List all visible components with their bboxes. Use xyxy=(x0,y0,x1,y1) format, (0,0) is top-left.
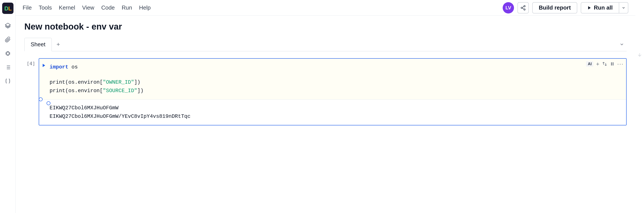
code-line-1: import os xyxy=(50,63,621,71)
svg-text:L: L xyxy=(8,5,12,12)
svg-text:D: D xyxy=(4,5,8,12)
run-dropdown-button[interactable] xyxy=(619,2,628,14)
main-content: File Tools Kernel View Code Run Help LV … xyxy=(16,0,635,213)
cell-toolbar: AI + ··· xyxy=(586,60,624,68)
cell-container: [4] AI + ··· xyxy=(24,58,626,126)
run-cell-button[interactable] xyxy=(42,62,46,70)
chip-icon[interactable] xyxy=(4,50,12,58)
right-sidebar-hint xyxy=(635,0,644,213)
svg-marker-28 xyxy=(588,6,591,9)
sheet-dropdown-button[interactable] xyxy=(617,40,626,49)
svg-marker-31 xyxy=(42,64,45,67)
add-sheet-button[interactable]: + xyxy=(54,40,63,49)
add-cell-button[interactable]: + xyxy=(596,61,599,68)
ai-toolbar-button[interactable]: AI xyxy=(586,61,593,67)
cell-execution-count: [4] xyxy=(24,58,35,126)
code-line-3: print(os.environ["OWNER_ID"]) xyxy=(50,78,621,86)
attachment-icon[interactable] xyxy=(4,36,12,44)
list-icon[interactable] xyxy=(4,64,12,71)
menu-kernel[interactable]: Kernel xyxy=(59,4,75,11)
menu-tools[interactable]: Tools xyxy=(39,4,52,11)
svg-point-24 xyxy=(521,7,522,8)
more-options-button[interactable]: ··· xyxy=(617,60,624,68)
svg-rect-29 xyxy=(611,62,612,66)
svg-rect-30 xyxy=(612,62,613,66)
menu-run[interactable]: Run xyxy=(122,4,132,11)
build-report-button[interactable]: Build report xyxy=(532,2,577,14)
output-line-1: EIKWQ27Cbol6MXJHuOFGmW xyxy=(50,104,621,112)
share-button[interactable] xyxy=(518,2,529,14)
code-line-2 xyxy=(50,71,621,78)
notebook-title: New notebook - env var xyxy=(24,22,626,32)
menu-bar: File Tools Kernel View Code Run Help xyxy=(22,4,151,11)
tab-sheet[interactable]: Sheet xyxy=(24,38,52,51)
move-cell-button[interactable] xyxy=(602,61,607,66)
code-input-area[interactable]: import os print(os.environ["OWNER_ID"]) … xyxy=(39,59,626,99)
notebook-body: New notebook - env var Sheet + [4] AI + xyxy=(16,16,635,213)
menu-help[interactable]: Help xyxy=(139,4,151,11)
sheet-tabs-bar: Sheet + xyxy=(24,38,626,51)
topbar: File Tools Kernel View Code Run Help LV … xyxy=(16,0,635,16)
svg-line-26 xyxy=(522,8,524,9)
svg-point-23 xyxy=(524,6,525,7)
pause-button[interactable] xyxy=(610,62,615,66)
code-cell[interactable]: AI + ··· xyxy=(39,58,626,126)
svg-rect-4 xyxy=(6,52,9,55)
braces-icon[interactable] xyxy=(4,78,12,85)
sheet-tabs-left: Sheet + xyxy=(24,38,63,51)
svg-point-25 xyxy=(524,9,525,10)
output-line-2: EIKWQ27Cbol6MXJHuOFGmW/YEvC8vIpY4vs819nD… xyxy=(50,112,621,121)
cell-output-area: EIKWQ27Cbol6MXJHuOFGmW EIKWQ27Cbol6MXJHu… xyxy=(39,99,626,125)
svg-line-27 xyxy=(522,6,524,8)
menu-view[interactable]: View xyxy=(82,4,94,11)
sidebar: D L xyxy=(0,0,16,213)
run-all-button[interactable]: Run all xyxy=(581,2,619,14)
topbar-actions: LV Build report Run all xyxy=(503,2,628,14)
code-line-4: print(os.environ["SOURCE_ID"]) xyxy=(50,87,621,95)
app-logo[interactable]: D L xyxy=(2,2,14,14)
menu-file[interactable]: File xyxy=(22,4,32,11)
menu-code[interactable]: Code xyxy=(101,4,115,11)
run-all-group: Run all xyxy=(581,2,628,14)
user-avatar[interactable]: LV xyxy=(503,2,514,14)
layers-icon[interactable] xyxy=(4,22,12,30)
